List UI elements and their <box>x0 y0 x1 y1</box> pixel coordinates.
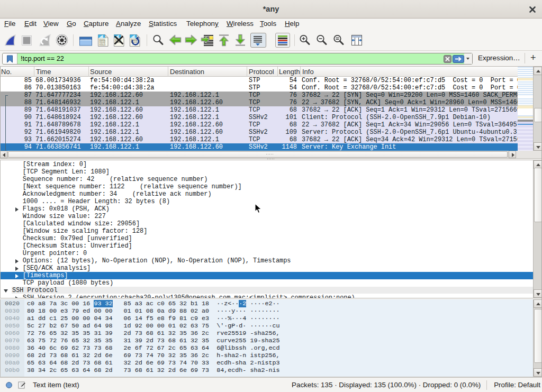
svg-text:0313: 0313 <box>100 43 106 46</box>
